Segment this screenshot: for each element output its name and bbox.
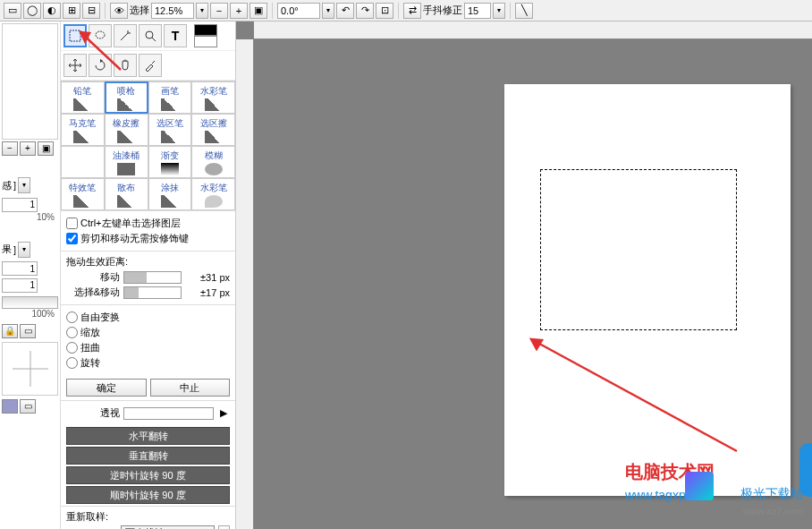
square-button[interactable]: ▣ [38, 141, 54, 156]
brush-bucket[interactable]: 油漆桶 [105, 146, 148, 178]
zoom-input[interactable] [151, 3, 194, 19]
zoom-in-icon[interactable]: + [230, 3, 248, 19]
ctrl-click-checkbox[interactable]: Ctrl+左键单击选择图层 [66, 217, 230, 230]
ok-button[interactable]: 确定 [66, 379, 147, 397]
brush-blur[interactable]: 模糊 [191, 146, 235, 178]
angle-dropdown[interactable]: ▾ [322, 3, 334, 19]
select-move-value: ±17 px [185, 287, 230, 298]
select-move-label: 选择&移动 [66, 286, 120, 299]
zoom-dropdown[interactable]: ▾ [196, 3, 208, 19]
eye-icon[interactable]: 👁 [110, 3, 128, 19]
dropdown[interactable]: ▾ [18, 177, 30, 193]
brush-select-eraser[interactable]: 选区擦 [191, 114, 235, 146]
rotate-reset-icon[interactable]: ⊡ [376, 3, 393, 19]
ruler-horizontal [254, 21, 812, 39]
add-icon[interactable]: ▭ [20, 324, 36, 338]
svg-line-5 [152, 38, 156, 41]
resample-label: 重新取样: [66, 510, 230, 524]
brush-eraser[interactable]: 橡皮擦 [105, 114, 148, 146]
selection-rect[interactable] [540, 169, 737, 330]
ruler-vertical [236, 39, 254, 529]
flip-h-button[interactable]: 水平翻转 [66, 427, 230, 445]
top-toolbar: ▭ ◯ ◐ ⊞ ⊟ 👁 选择 ▾ − + ▣ ▾ ↶ ↷ ⊡ ⇄ 手抖修正 ▾ … [0, 0, 812, 21]
brush-marker[interactable]: 马克笔 [61, 114, 105, 146]
brush-watercolor[interactable]: 水彩笔 [191, 81, 235, 114]
tool-button[interactable]: ◐ [43, 3, 61, 19]
tool-button[interactable]: ◯ [23, 3, 41, 19]
slider[interactable] [2, 296, 58, 309]
brush-brush[interactable]: 画笔 [148, 81, 192, 114]
value-input[interactable] [2, 198, 38, 212]
tool-panel: T 铅笔 喷枪 画笔 水彩笔 马克笔 橡皮擦 选区笔 选区擦 油漆桶 渐变 模糊… [61, 21, 236, 529]
perspective-slider[interactable] [123, 407, 214, 420]
percent-label: 100% [2, 309, 58, 319]
eyedropper-tool[interactable] [139, 54, 162, 77]
select-label: 选择 [130, 4, 149, 17]
color-swatch[interactable] [2, 399, 18, 414]
watermark-site-url: www.xz7.com [743, 506, 803, 516]
line-tool-icon[interactable]: ╲ [515, 3, 533, 19]
preview [2, 342, 58, 396]
cw90-button[interactable]: 顺时针旋转 90 度 [66, 486, 230, 504]
brush-gradient[interactable]: 渐变 [148, 146, 192, 178]
rotate-ccw-icon[interactable]: ↶ [336, 3, 354, 19]
perspective-label: 透视 [66, 406, 120, 420]
canvas-area[interactable]: 电脑技术网 www.tagxp.com TAG 极光下载站 www.xz7.co… [236, 21, 812, 529]
sensitivity-label: 感 [2, 179, 12, 192]
zoom-out-icon[interactable]: − [210, 3, 228, 19]
brush-scatter[interactable]: 散布 [105, 178, 148, 210]
brush-grid: 铅笔 喷枪 画笔 水彩笔 马克笔 橡皮擦 选区笔 选区擦 油漆桶 渐变 模糊 特… [61, 81, 235, 210]
brush-select-pen[interactable]: 选区笔 [148, 114, 192, 146]
plus-button[interactable]: + [20, 141, 36, 156]
navigator-thumb[interactable] [2, 23, 58, 140]
cut-move-checkbox[interactable]: 剪切和移动无需按修饰键 [66, 232, 230, 245]
text-tool[interactable]: T [164, 24, 187, 47]
flip-icon[interactable]: ⇄ [403, 3, 421, 19]
minus-button[interactable]: − [2, 141, 18, 156]
annotation-arrow [72, 25, 134, 79]
rotate-radio[interactable]: 旋转 [66, 356, 230, 370]
brush-airbrush[interactable]: 喷枪 [105, 81, 148, 114]
brush-pencil[interactable]: 铅笔 [61, 81, 105, 114]
select-move-slider[interactable] [123, 286, 182, 299]
ccw90-button[interactable]: 逆时针旋转 90 度 [66, 466, 230, 484]
dropdown[interactable]: ▾ [18, 242, 30, 258]
angle-input[interactable] [277, 3, 320, 19]
result-label: 果 [2, 243, 12, 256]
distort-radio[interactable]: 扭曲 [66, 341, 230, 354]
stabilizer-input[interactable] [464, 3, 491, 19]
brush-empty[interactable] [61, 146, 105, 178]
percent-label: 10% [2, 212, 58, 222]
move-value: ±31 px [185, 272, 230, 283]
free-transform-radio[interactable]: 自由变换 [66, 311, 230, 324]
swatch-button[interactable]: ▭ [20, 399, 36, 414]
stabilizer-label: 手抖修正 [423, 4, 462, 17]
watermark-site: 极光下载站 [740, 486, 803, 502]
resample-select[interactable]: 两次线性 [121, 525, 215, 529]
resample-dropdown[interactable]: ▾ [218, 525, 230, 529]
lock-icon[interactable]: 🔒 [2, 324, 18, 338]
svg-marker-7 [531, 339, 542, 349]
tool-button[interactable]: ▭ [4, 3, 21, 19]
color-swatch[interactable] [194, 24, 217, 47]
brush-smudge[interactable]: 涂抹 [148, 178, 192, 210]
tool-button[interactable]: ⊟ [82, 3, 100, 19]
tool-button[interactable]: ⊞ [63, 3, 80, 19]
crosshair-icon [13, 351, 48, 387]
svg-point-4 [146, 31, 153, 38]
reset-icon[interactable]: ▶ [217, 407, 230, 419]
zoom-tool[interactable] [139, 24, 162, 47]
value-input[interactable] [2, 278, 38, 293]
value-input[interactable] [2, 261, 38, 276]
scale-radio[interactable]: 缩放 [66, 326, 230, 339]
cancel-button[interactable]: 中止 [150, 379, 231, 397]
move-slider[interactable] [123, 271, 182, 284]
zoom-fit-icon[interactable]: ▣ [250, 3, 267, 19]
stabilizer-dropdown[interactable]: ▾ [493, 3, 505, 19]
drag-effect-label: 拖动生效距离: [66, 255, 230, 269]
flip-v-button[interactable]: 垂直翻转 [66, 447, 230, 465]
rotate-cw-icon[interactable]: ↷ [356, 3, 374, 19]
brush-watercolor2[interactable]: 水彩笔 [191, 178, 235, 210]
logo-icon [685, 472, 714, 500]
brush-effect[interactable]: 特效笔 [61, 178, 105, 210]
